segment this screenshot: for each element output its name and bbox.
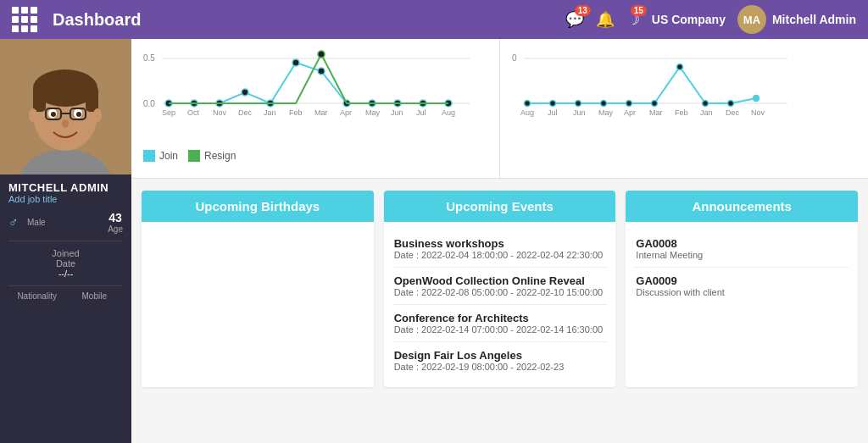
list-item[interactable]: Conference for Architects Date : 2022-02… [392,305,608,342]
event-title: Design Fair Los Angeles [394,349,606,362]
announcements-card: Announcements GA0008 Internal Meeting GA… [626,191,858,387]
svg-text:May: May [598,108,614,117]
sidebar: MITCHELL ADMIN Add job title ♂ Male 43 A… [0,39,131,443]
company-label: US Company [652,13,726,26]
charts-row: 0.5 0.0 Sep Oct Nov Dec Jan Feb Mar Apr … [131,39,868,179]
announcements-header: Announcements [626,191,858,222]
event-title: OpenWood Collection Online Reveal [394,274,606,287]
sidebar-bottom: Nationality Mobile [8,285,123,306]
legend-resign-label: Resign [204,150,236,162]
event-title: Conference for Architects [394,312,606,324]
chart-panel-1: 0.5 0.0 Sep Oct Nov Dec Jan Feb Mar Apr … [131,39,499,178]
announcement-desc: Discussion with client [636,287,848,297]
svg-point-10 [51,112,56,117]
list-item[interactable]: OpenWood Collection Online Reveal Date :… [392,268,608,305]
joined-label1: Joined [8,248,123,258]
svg-point-64 [626,101,632,107]
svg-text:Nov: Nov [213,108,227,117]
svg-text:0: 0 [512,53,517,63]
joined-label2: Date [8,258,123,269]
list-item[interactable]: Design Fair Los Angeles Date : 2022-02-1… [392,342,608,379]
svg-point-65 [652,101,658,107]
topnav: Dashboard 💬 13 🔔 ☽ 15 US Company MA Mitc… [0,0,868,39]
svg-text:Jul: Jul [548,108,558,117]
birthdays-body [142,222,374,374]
chat-button[interactable]: 💬 13 [565,10,584,29]
grid-icon[interactable] [12,7,37,32]
mobile-item: Mobile [66,286,124,306]
svg-point-66 [677,64,683,70]
gender-icon: ♂ [8,215,19,230]
notifications-button[interactable]: 🔔 [596,10,615,29]
svg-text:0.0: 0.0 [143,99,155,108]
age-stat: 43 Age [108,211,123,234]
list-item[interactable]: GA0009 Discussion with client [634,268,849,304]
svg-point-39 [292,59,299,66]
joined-value: --/-- [8,269,123,279]
chart-2-svg: 0 Aug Jul Jun May Apr Mar Feb Jan Dec No… [512,46,792,143]
svg-point-15 [62,119,69,128]
svg-point-46 [318,51,325,58]
gender-stat: Male [27,218,46,227]
user-name: Mitchell Admin [772,13,856,26]
svg-text:Jan: Jan [700,108,713,117]
list-item[interactable]: GA0008 Internal Meeting [634,230,849,268]
svg-text:Feb: Feb [289,108,303,117]
sidebar-jobtitle[interactable]: Add job title [8,194,123,204]
announcement-desc: Internal Meeting [636,250,848,260]
svg-rect-7 [86,86,98,112]
legend-resign-color [188,150,200,162]
main-layout: MITCHELL ADMIN Add job title ♂ Male 43 A… [0,39,868,443]
avatar: MA [737,5,766,34]
content-area: 0.5 0.0 Sep Oct Nov Dec Jan Feb Mar Apr … [131,39,868,443]
legend-join: Join [143,150,178,162]
chart-legend: Join Resign [143,150,487,162]
svg-text:Feb: Feb [675,108,688,117]
legend-resign: Resign [188,150,236,162]
mobile-label: Mobile [68,291,122,301]
event-title: Business workshops [394,237,606,250]
list-item[interactable]: Business workshops Date : 2022-02-04 18:… [392,230,608,268]
svg-text:Apr: Apr [340,108,352,117]
svg-point-37 [242,89,248,96]
svg-text:Apr: Apr [624,108,636,117]
svg-text:Sep: Sep [162,108,175,117]
bell-icon: 🔔 [596,11,615,28]
sidebar-info: MITCHELL ADMIN Add job title ♂ Male 43 A… [0,174,131,313]
svg-text:Mar: Mar [649,108,663,117]
announcement-id: GA0009 [636,274,848,287]
svg-text:Jun: Jun [573,108,586,117]
age-label: Age [108,224,123,234]
age-value: 43 [108,211,122,224]
birthdays-header: Upcoming Birthdays [142,191,374,222]
profile-image [0,39,131,174]
svg-point-60 [525,101,531,107]
events-card: Upcoming Events Business workshops Date … [384,191,616,387]
chat-badge: 13 [575,5,591,16]
activity-button[interactable]: ☽ 15 [626,10,640,29]
nav-icons: 💬 13 🔔 ☽ 15 US Company MA Mitchell Admin [565,5,856,34]
cards-row: Upcoming Birthdays Upcoming Events Busin… [131,179,868,399]
svg-point-11 [76,112,81,117]
svg-text:Jun: Jun [391,108,403,117]
divider [8,241,123,241]
svg-point-63 [601,101,607,107]
sidebar-username: MITCHELL ADMIN [8,181,123,194]
svg-text:Dec: Dec [238,108,253,117]
svg-text:Jul: Jul [416,108,426,117]
svg-text:Aug: Aug [520,108,534,117]
svg-point-61 [550,101,556,107]
svg-point-17 [93,108,102,122]
svg-point-69 [754,96,760,102]
svg-point-40 [318,68,325,75]
chart-1-svg: 0.5 0.0 Sep Oct Nov Dec Jan Feb Mar Apr … [143,46,474,143]
joined-section: Joined Date --/-- [8,245,123,282]
events-header: Upcoming Events [384,191,616,222]
announcements-body: GA0008 Internal Meeting GA0009 Discussio… [626,222,858,313]
user-menu[interactable]: MA Mitchell Admin [737,5,856,34]
svg-point-68 [728,101,734,107]
svg-text:Aug: Aug [442,108,455,117]
event-date: Date : 2022-02-04 18:00:00 - 2022-02-04 … [394,250,606,260]
sidebar-stats: ♂ Male 43 Age [8,211,123,234]
svg-text:Oct: Oct [187,108,200,117]
